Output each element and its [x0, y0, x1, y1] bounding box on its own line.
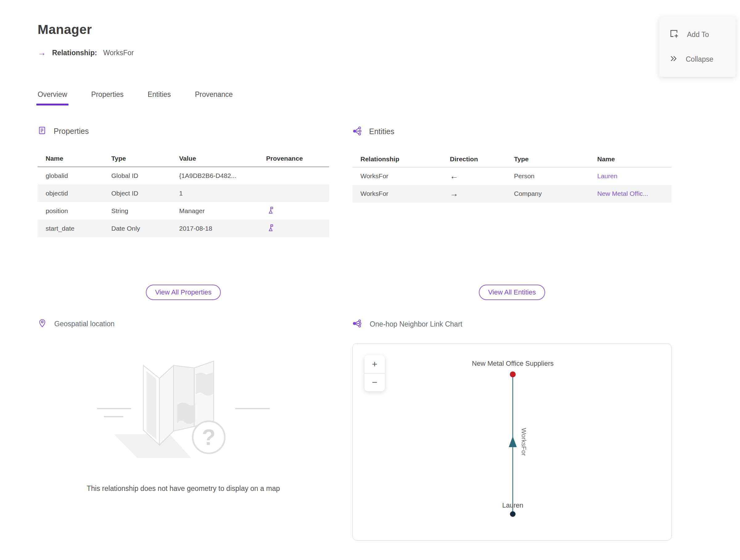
properties-panel: Properties Name Type Value Provenance gl…: [37, 126, 329, 285]
properties-section-title: Properties: [54, 127, 89, 136]
zoom-out-button[interactable]: −: [364, 373, 385, 391]
company-node[interactable]: [510, 372, 516, 377]
relationship-arrow-icon: →: [37, 49, 46, 57]
properties-icon: [37, 126, 47, 136]
prop-provenance: [258, 167, 329, 184]
ent-type: Company: [506, 185, 589, 203]
top-node-label: New Metal Office Suppliers: [472, 360, 554, 367]
col-header-type: Type: [506, 152, 589, 168]
subtitle-label: Relationship:: [52, 49, 97, 57]
add-to-label: Add To: [687, 30, 709, 39]
view-all-properties-button[interactable]: View All Properties: [146, 285, 221, 300]
entity-link[interactable]: New Metal Offic...: [597, 190, 648, 197]
col-header-name: Name: [589, 152, 671, 168]
prop-provenance: [258, 219, 329, 237]
relationship-subtitle: → Relationship: WorksFor: [37, 49, 740, 57]
prop-value: 1: [171, 184, 258, 202]
properties-table: Name Type Value Provenance globalid Glob…: [37, 151, 329, 237]
collapse-button[interactable]: Collapse: [659, 54, 736, 65]
col-header-direction: Direction: [442, 152, 506, 168]
link-chart-section-title: One-hop Neighbor Link Chart: [370, 320, 462, 329]
prop-type: String: [103, 202, 171, 219]
geospatial-header: Geospatial location: [37, 318, 329, 343]
provenance-flag-icon[interactable]: [266, 226, 275, 233]
col-header-value: Value: [171, 151, 258, 167]
prop-value: Manager: [171, 202, 258, 219]
prop-type: Global ID: [103, 167, 171, 184]
prop-type: Object ID: [103, 184, 171, 202]
entity-link[interactable]: Lauren: [597, 172, 617, 179]
empty-map-illustration: ?: [91, 343, 276, 476]
ent-relationship: WorksFor: [352, 168, 442, 185]
tab-overview[interactable]: Overview: [37, 90, 67, 105]
link-chart-icon: [352, 318, 362, 330]
subtitle-value: WorksFor: [103, 49, 134, 57]
bottom-node-label: Lauren: [502, 501, 524, 509]
entities-panel: Entities Relationship Direction Type Nam…: [352, 126, 671, 285]
link-chart-canvas[interactable]: WorksFor New Metal Office Suppliers Laur…: [352, 343, 671, 541]
prop-type: Date Only: [103, 219, 171, 237]
chevrons-right-icon: [669, 54, 678, 65]
tab-properties[interactable]: Properties: [91, 90, 124, 105]
prop-value: {1A9DB2B6-D482...: [171, 167, 258, 184]
entities-icon: [352, 126, 362, 137]
view-all-entities-button[interactable]: View All Entities: [479, 285, 545, 300]
prop-provenance: [258, 202, 329, 219]
table-row[interactable]: start_date Date Only 2017-08-18: [37, 219, 329, 237]
table-row[interactable]: position String Manager: [37, 202, 329, 219]
table-row[interactable]: globalid Global ID {1A9DB2B6-D482...: [37, 167, 329, 184]
tab-entities[interactable]: Entities: [148, 90, 171, 105]
prop-name: globalid: [37, 167, 103, 184]
edge-label: WorksFor: [521, 428, 528, 456]
prop-name: position: [37, 202, 103, 219]
direction-right-arrow-icon: →: [442, 185, 506, 203]
question-mark-glyph: ?: [202, 425, 215, 450]
no-geometry-message: This relationship does not have geometry…: [87, 484, 280, 493]
ent-relationship: WorksFor: [352, 185, 442, 203]
prop-name: start_date: [37, 219, 103, 237]
entities-table: Relationship Direction Type Name WorksFo…: [352, 152, 671, 203]
provenance-flag-icon[interactable]: [266, 208, 275, 215]
table-row[interactable]: WorksFor ← Person Lauren: [352, 168, 671, 185]
relationship-detail-page: Add To Collapse Manager → Relationship: …: [0, 0, 740, 560]
prop-provenance: [258, 184, 329, 202]
person-node[interactable]: [510, 511, 516, 517]
col-header-provenance: Provenance: [258, 151, 329, 167]
add-to-icon: [669, 29, 679, 40]
col-header-relationship: Relationship: [352, 152, 442, 168]
geospatial-section-title: Geospatial location: [54, 320, 115, 328]
geospatial-placeholder: ? This relationship does not have geomet…: [37, 343, 329, 541]
add-to-button[interactable]: Add To: [659, 29, 736, 40]
tab-bar: Overview Properties Entities Provenance: [37, 90, 740, 105]
table-row[interactable]: WorksFor → Company New Metal Offic...: [352, 185, 671, 203]
col-header-name: Name: [37, 151, 103, 167]
prop-value: 2017-08-18: [171, 219, 258, 237]
direction-left-arrow-icon: ←: [442, 168, 506, 185]
link-chart-graph: WorksFor New Metal Office Suppliers Laur…: [353, 344, 671, 540]
tab-provenance[interactable]: Provenance: [195, 90, 233, 105]
zoom-in-button[interactable]: +: [364, 355, 385, 373]
entities-section-title: Entities: [369, 127, 394, 136]
floating-action-card: Add To Collapse: [659, 16, 736, 77]
col-header-type: Type: [103, 151, 171, 167]
collapse-label: Collapse: [686, 55, 714, 64]
map-pin-icon: [37, 318, 47, 329]
page-title: Manager: [37, 22, 740, 37]
prop-name: objectid: [37, 184, 103, 202]
edge-arrowhead: [509, 436, 517, 447]
zoom-controls: + −: [364, 355, 385, 391]
ent-type: Person: [506, 168, 589, 185]
link-chart-header: One-hop Neighbor Link Chart: [352, 318, 671, 343]
table-row[interactable]: objectid Object ID 1: [37, 184, 329, 202]
